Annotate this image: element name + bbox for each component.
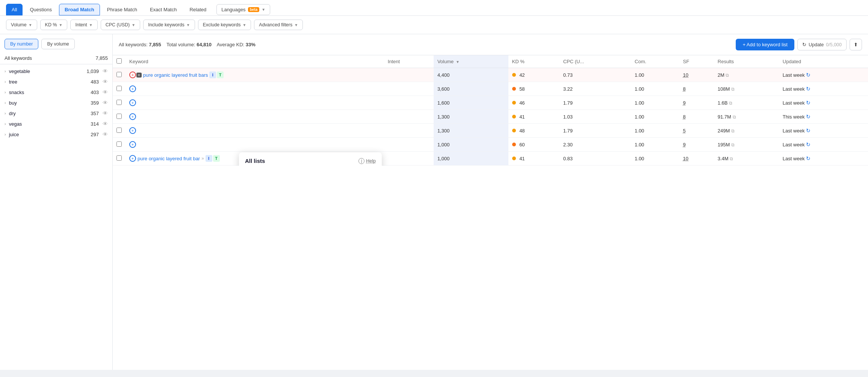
- list-item[interactable]: › snacks 403 👁: [0, 87, 112, 97]
- list-item[interactable]: › tree 483 👁: [0, 76, 112, 87]
- row-checkbox-cell[interactable]: [113, 138, 126, 152]
- sf-column-header[interactable]: SF: [679, 55, 714, 68]
- refresh-icon[interactable]: ↻: [806, 100, 811, 106]
- intent-cell: [384, 152, 434, 166]
- add-to-list-icon[interactable]: +: [129, 85, 136, 92]
- results-cell: 249M ⧉: [714, 124, 779, 138]
- export-button[interactable]: ⬆: [850, 39, 862, 50]
- copy-icon[interactable]: ⧉: [730, 156, 733, 161]
- tab-exact-match[interactable]: Exact Match: [144, 4, 183, 15]
- filter-exclude-keywords[interactable]: Exclude keywords ▼: [198, 20, 251, 30]
- refresh-icon[interactable]: ↻: [806, 128, 811, 134]
- refresh-icon[interactable]: ↻: [806, 155, 811, 161]
- filter-kd[interactable]: KD % ▼: [40, 20, 68, 30]
- update-button[interactable]: ↻ Update 0/5,000: [797, 39, 847, 50]
- sf-cell: 9: [679, 138, 714, 152]
- row-checkbox[interactable]: [116, 100, 122, 105]
- updated-column-header[interactable]: Updated: [779, 55, 868, 68]
- help-link[interactable]: i Help: [358, 158, 376, 164]
- copy-icon[interactable]: ⧉: [731, 142, 735, 147]
- row-checkbox-cell[interactable]: [113, 152, 126, 166]
- filter-intent[interactable]: Intent ▼: [70, 20, 97, 30]
- row-checkbox-cell[interactable]: [113, 124, 126, 138]
- chevron-down-icon: ▼: [242, 23, 246, 27]
- add-to-list-icon[interactable]: +: [129, 155, 136, 162]
- eye-icon[interactable]: 👁: [103, 68, 108, 74]
- add-to-list-icon[interactable]: +: [129, 113, 136, 120]
- list-item[interactable]: › vegas 314 👁: [0, 119, 112, 129]
- stats-actions: + Add to keyword list ↻ Update 0/5,000 ⬆: [736, 39, 862, 50]
- row-checkbox[interactable]: [116, 128, 122, 133]
- row-checkbox-cell[interactable]: [113, 110, 126, 124]
- chevron-down-icon: ▼: [262, 8, 265, 12]
- refresh-icon[interactable]: ↻: [806, 86, 811, 92]
- copy-icon[interactable]: ⧉: [731, 128, 735, 134]
- filter-volume[interactable]: Volume ▼: [6, 20, 37, 30]
- keyword-link[interactable]: pure organic layered fruit bars: [143, 72, 208, 78]
- refresh-icon[interactable]: ↻: [806, 141, 811, 147]
- kd-column-header[interactable]: KD %: [508, 55, 560, 68]
- languages-button[interactable]: Languages beta ▼: [216, 4, 270, 15]
- help-label: Help: [366, 158, 376, 164]
- list-item[interactable]: › dry 357 👁: [0, 108, 112, 119]
- eye-icon[interactable]: 👁: [103, 100, 108, 106]
- add-to-keyword-list-button[interactable]: + Add to keyword list: [736, 39, 794, 50]
- results-cell: 3.4M ⧉: [714, 152, 779, 166]
- add-to-list-icon[interactable]: +: [129, 127, 136, 134]
- filter-cpc[interactable]: CPC (USD) ▼: [101, 20, 141, 30]
- view-by-volume-button[interactable]: By volume: [41, 39, 74, 49]
- cpc-cell: 0.73: [560, 68, 631, 82]
- refresh-icon[interactable]: ↻: [806, 72, 811, 78]
- tab-broad-match[interactable]: Broad Match: [59, 4, 100, 15]
- copy-icon[interactable]: ⧉: [733, 114, 736, 120]
- row-checkbox-cell[interactable]: [113, 82, 126, 96]
- add-to-list-icon[interactable]: +: [129, 99, 136, 106]
- languages-label: Languages: [221, 7, 245, 12]
- row-checkbox-cell[interactable]: [113, 96, 126, 110]
- cpc-column-header[interactable]: CPC (U...: [560, 55, 631, 68]
- select-all-checkbox-header[interactable]: [113, 55, 126, 68]
- eye-icon[interactable]: 👁: [103, 131, 108, 137]
- list-item[interactable]: › vegetable 1,039 👁: [0, 66, 112, 76]
- eye-icon[interactable]: 👁: [103, 79, 108, 85]
- keyword-link[interactable]: pure organic layered fruit bar: [138, 156, 200, 161]
- refresh-icon[interactable]: ↻: [806, 114, 811, 120]
- results-column-header[interactable]: Results: [714, 55, 779, 68]
- add-to-list-icon[interactable]: +: [129, 71, 136, 78]
- com-cell: 1.00: [631, 96, 679, 110]
- copy-icon[interactable]: ⧉: [731, 87, 735, 92]
- intent-column-header[interactable]: Intent: [384, 55, 434, 68]
- add-to-list-icon[interactable]: +: [129, 141, 136, 148]
- list-item[interactable]: › buy 359 👁: [0, 97, 112, 108]
- popup-header: All lists i Help: [239, 152, 382, 166]
- copy-icon[interactable]: ⧉: [726, 73, 729, 78]
- eye-icon[interactable]: 👁: [103, 89, 108, 95]
- com-cell: 1.00: [631, 152, 679, 166]
- view-by-number-button[interactable]: By number: [5, 39, 38, 49]
- row-checkbox[interactable]: [116, 155, 122, 161]
- tab-phrase-match[interactable]: Phrase Match: [101, 4, 143, 15]
- filter-include-keywords[interactable]: Include keywords ▼: [143, 20, 195, 30]
- kd-cell: 41: [508, 110, 560, 124]
- select-all-checkbox[interactable]: [116, 58, 122, 64]
- tab-related[interactable]: Related: [184, 4, 212, 15]
- keyword-column-header[interactable]: Keyword: [126, 55, 384, 68]
- tab-questions[interactable]: Questions: [24, 4, 57, 15]
- list-item[interactable]: › juice 297 👁: [0, 129, 112, 140]
- eye-icon[interactable]: 👁: [103, 110, 108, 116]
- com-column-header[interactable]: Com.: [631, 55, 679, 68]
- copy-icon[interactable]: ⧉: [729, 100, 732, 106]
- row-checkbox[interactable]: [116, 72, 122, 77]
- eye-icon[interactable]: 👁: [103, 121, 108, 127]
- tab-all[interactable]: All: [6, 4, 23, 15]
- kd-dot: [512, 143, 516, 146]
- filter-advanced[interactable]: Advanced filters ▼: [254, 20, 303, 30]
- row-checkbox[interactable]: [116, 114, 122, 119]
- sidebar-divider: [0, 64, 112, 64]
- cpc-cell: 1.03: [560, 110, 631, 124]
- volume-column-header[interactable]: Volume ▼: [434, 55, 508, 68]
- row-checkbox[interactable]: [116, 141, 122, 147]
- keyword-cell: +: [126, 110, 384, 124]
- row-checkbox-cell[interactable]: [113, 68, 126, 82]
- row-checkbox[interactable]: [116, 86, 122, 91]
